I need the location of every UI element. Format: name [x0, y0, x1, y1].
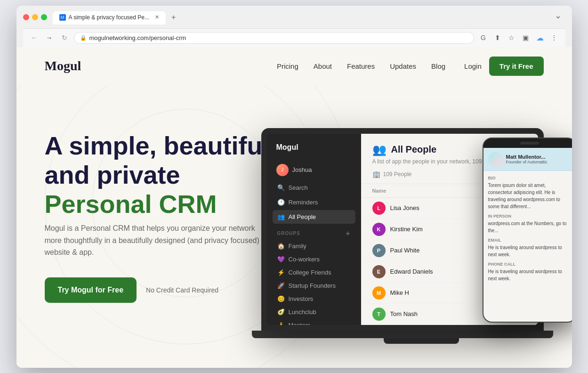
search-icon: 🔍 [277, 184, 285, 191]
mobile-content: Bio Torem ipsum dolor sit amet, consecte… [483, 171, 572, 322]
mentors-icon: 🙏 [277, 322, 285, 325]
hero-title-line2: and private [45, 161, 180, 189]
hero-left: A simple, beautiful and private Personal… [45, 131, 290, 303]
back-button[interactable]: ← [29, 32, 40, 43]
maximize-button[interactable] [41, 14, 47, 20]
login-button[interactable]: Login [464, 62, 482, 70]
nav-blog[interactable]: Blog [431, 62, 445, 70]
tab-close-icon[interactable]: ✕ [155, 14, 159, 20]
coworkers-icon: 💜 [277, 256, 285, 263]
share-icon[interactable]: ⬆ [492, 32, 503, 43]
mobile-phone-label: Phone Call [488, 262, 571, 267]
family-icon: 🏠 [277, 243, 285, 250]
hero-title-line1: A simple, beautiful [45, 131, 270, 160]
tab-title: A simple & privacy focused Pe... [69, 14, 149, 21]
avatar-lisa: L [372, 202, 386, 215]
investors-icon: 😊 [277, 295, 285, 302]
lock-icon: 🔒 [80, 35, 87, 41]
address-bar[interactable]: 🔒 mogulnetworking.com/personal-crm [74, 32, 474, 44]
browser-titlebar: M A simple & privacy focused Pe... ✕ + ⌄ [23, 10, 565, 24]
sidebar-reminders-label: Reminders [289, 199, 318, 206]
hero-title-green: Personal CRM [45, 189, 290, 219]
groups-section-label: GROUPS + [273, 225, 355, 240]
traffic-lights [23, 14, 47, 20]
reload-button[interactable]: ↻ [59, 32, 70, 43]
sidebar-logo: Mogul [273, 141, 355, 154]
hero-section: A simple, beautiful and private Personal… [16, 85, 572, 368]
google-icon[interactable]: G [478, 32, 489, 43]
user-avatar: J [276, 164, 289, 176]
person-name-tom: Tom Nash [390, 310, 484, 317]
try-it-free-button[interactable]: Try it Free [489, 57, 544, 76]
mobile-avatar [488, 152, 503, 167]
nav-about[interactable]: About [314, 62, 332, 70]
browser-chrome: M A simple & privacy focused Pe... ✕ + ⌄… [16, 6, 572, 47]
browser-tabs: M A simple & privacy focused Pe... ✕ + [53, 10, 181, 24]
notch-bar [520, 142, 539, 145]
sidebar-user[interactable]: J Joshua [273, 161, 355, 179]
mobile-email-content: He is traveling around wordpress to next… [488, 244, 571, 258]
minimize-button[interactable] [32, 14, 38, 20]
sidebar-item-all-people[interactable]: 👥 All People [273, 210, 355, 224]
group-investors-label: Investors [289, 295, 314, 302]
hero-cta-row: Try Mogul for Free No Credit Card Requir… [45, 277, 290, 303]
person-name-edward: Edward Daniels [390, 268, 484, 275]
mobile-phone-section: Phone Call He is traveling around wordpr… [488, 262, 571, 282]
avatar-kirstine: K [372, 223, 386, 236]
group-startup-founders[interactable]: 🚀 Startup Founders [273, 279, 355, 292]
toolbar-actions: G ⬆ ☆ ▣ ☁ ⋮ [478, 32, 560, 43]
mobile-mockup: Matt Mullentor... Founder of Automattic … [483, 138, 572, 323]
add-group-button[interactable]: + [346, 229, 350, 238]
reminders-icon: 🕐 [277, 199, 285, 206]
group-coworkers[interactable]: 💜 Co-workers [273, 253, 355, 266]
url-text: mogulnetworking.com/personal-crm [89, 34, 186, 41]
group-lunchclub-label: Lunchclub [289, 308, 316, 316]
nav-updates[interactable]: Updates [390, 62, 416, 70]
app-sidebar: Mogul J Joshua 🔍 Search [267, 134, 361, 325]
person-name-lisa: Lisa Jones [390, 204, 484, 211]
sidebar-username: Joshua [292, 166, 312, 173]
hero-cta-button[interactable]: Try Mogul for Free [45, 277, 137, 303]
avatar-tom: T [372, 308, 386, 321]
sidebar-item-reminders[interactable]: 🕐 Reminders [273, 195, 355, 209]
group-family-label: Family [289, 243, 306, 250]
lunchclub-icon: 🥑 [277, 308, 285, 316]
tab-favicon: M [59, 14, 66, 21]
mobile-notch [483, 138, 572, 148]
no-credit-card-text: No Credit Card Required [146, 286, 218, 294]
sidebar-search-label: Search [289, 184, 308, 191]
new-tab-button[interactable]: + [167, 10, 180, 24]
mobile-in-person-label: In Person [488, 214, 571, 219]
mobile-in-person-section: In Person wordpress.com at the Numbers, … [488, 214, 571, 234]
sidebar-all-people-label: All People [289, 213, 316, 220]
person-name-paul: Paul White [390, 247, 484, 254]
laptop-base [252, 331, 553, 338]
startup-founders-icon: 🚀 [277, 282, 285, 289]
nav-pricing[interactable]: Pricing [277, 62, 298, 70]
minimize-chrome-icon[interactable]: ⌄ [555, 10, 562, 21]
site-logo[interactable]: Mogul [45, 58, 81, 73]
sidebar-item-search[interactable]: 🔍 Search [273, 181, 355, 195]
col-name-header: Name [372, 188, 489, 194]
forward-button[interactable]: → [44, 32, 55, 43]
bookmark-icon[interactable]: ☆ [506, 32, 517, 43]
group-investors[interactable]: 😊 Investors [273, 292, 355, 305]
main-page-icon: 👥 [372, 143, 387, 156]
nav-features[interactable]: Features [347, 62, 375, 70]
group-lunchclub[interactable]: 🥑 Lunchclub [273, 306, 355, 318]
menu-icon[interactable]: ⋮ [548, 32, 560, 43]
app-mockup: Mogul J Joshua 🔍 Search [261, 85, 572, 368]
group-college-friends[interactable]: ⚡ College Friends [273, 266, 355, 279]
group-family[interactable]: 🏠 Family [273, 240, 355, 252]
mobile-email-label: Email [488, 238, 571, 243]
avatar-paul: P [372, 244, 386, 257]
close-button[interactable] [23, 14, 29, 20]
person-name-mike: Mike H [390, 289, 484, 296]
extension-icon[interactable]: ☁ [534, 32, 546, 43]
reader-mode-icon[interactable]: ▣ [520, 32, 532, 43]
group-mentors-label: Mentors [289, 322, 311, 325]
active-tab[interactable]: M A simple & privacy focused Pe... ✕ [53, 11, 166, 24]
group-mentors[interactable]: 🙏 Mentors [273, 319, 355, 325]
main-title: All People [391, 144, 437, 155]
group-college-label: College Friends [289, 269, 331, 276]
